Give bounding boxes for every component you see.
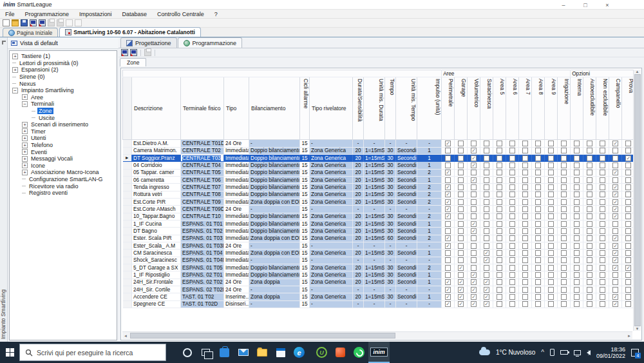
grid-cell-area-8[interactable] [532, 242, 545, 249]
grid-cell-cicli-allarme[interactable]: 15 [300, 154, 310, 161]
grid-cell-bilanciamento[interactable]: - [249, 286, 300, 293]
grid-cell-unit-mis-durata[interactable]: 1=15mS [364, 147, 385, 154]
grid-checkbox[interactable] [458, 199, 464, 205]
grid-checkbox[interactable] [548, 148, 554, 153]
grid-cell-durata-sensibilit[interactable]: 20 [353, 264, 364, 271]
grid-cell-saracinesca[interactable] [480, 242, 493, 249]
grid-cell-garage[interactable] [455, 213, 468, 220]
grid-cell-non-escludibile[interactable] [596, 228, 609, 235]
maximize-button[interactable]: □ [574, 0, 596, 10]
grid-checkbox[interactable] [561, 184, 567, 190]
grid-checkbox[interactable] [484, 155, 489, 161]
grid-cell-area-7[interactable] [519, 184, 532, 191]
grid-checkbox[interactable] [574, 184, 580, 190]
grid-cell-volumetrico[interactable]: ✓ [468, 162, 480, 169]
grid-checkbox[interactable] [587, 170, 592, 175]
grid-cell-area-9[interactable] [545, 300, 558, 308]
grid-cell-tempo[interactable]: 30 [385, 213, 396, 220]
grid-cell-campanello[interactable] [609, 176, 622, 183]
grid-cell-area-6[interactable] [506, 220, 519, 227]
grid-cell-non-escludibile[interactable] [596, 206, 609, 213]
grid-checkbox[interactable] [458, 177, 464, 183]
grid-cell-area-5[interactable] [493, 140, 506, 147]
grid-cell-terminale-fisico[interactable]: ESPANS. 01 T03D [181, 242, 224, 249]
zone-row-dt-bagno[interactable]: DT BagnoESPANS. 01 T02ImmediataDoppio bi… [123, 228, 635, 235]
grid-checkbox[interactable] [600, 221, 605, 227]
new-file-icon[interactable] [3, 19, 10, 26]
grid-cell-impulso-unit[interactable]: 1 [417, 162, 442, 169]
zone-row-rottura-vetri[interactable]: Rottura vetriCENTRALE T08ImmediataDoppio… [123, 191, 635, 198]
grid-cell-tipo-rivelatore[interactable]: - [310, 286, 353, 293]
grid-checkbox[interactable] [548, 272, 554, 278]
office-button[interactable] [331, 342, 350, 363]
grid-cell-irrigazione[interactable] [558, 271, 571, 279]
grid-cell-tempo[interactable]: 30 [385, 279, 396, 286]
grid-cell-terminale-fisico[interactable]: CENTRALE T09D [181, 206, 224, 213]
grid-cell-perimetrale[interactable]: ✓ [442, 279, 455, 286]
grid-checkbox[interactable] [548, 141, 554, 146]
grid-cell-tipo[interactable]: Immediata [224, 264, 249, 271]
grid-checkbox[interactable] [535, 184, 541, 190]
grid-checkbox[interactable] [561, 162, 567, 168]
grid-cell-irrigazione[interactable] [558, 220, 571, 227]
grid-cell-garage[interactable] [455, 169, 468, 176]
col-header-tempo[interactable]: Tempo [385, 77, 396, 140]
grid-checkbox[interactable]: ✓ [445, 235, 451, 241]
menu-programmazione[interactable]: Programmazione [20, 11, 75, 17]
grid-checkbox[interactable] [509, 148, 515, 153]
expand-icon[interactable]: + [22, 162, 28, 168]
grid-checkbox[interactable]: ✓ [484, 279, 489, 285]
grid-cell-unit-mis-tempo[interactable]: Secondi [396, 162, 417, 169]
row-selector[interactable] [123, 206, 132, 213]
grid-cell-tempo[interactable]: 30 [385, 264, 396, 271]
grid-checkbox[interactable] [509, 221, 515, 227]
grid-checkbox[interactable] [497, 148, 502, 153]
grid-checkbox[interactable] [548, 213, 554, 219]
grid-cell-volumetrico[interactable] [468, 169, 480, 176]
grid-cell-saracinesca[interactable] [480, 228, 493, 235]
grid-checkbox[interactable] [484, 191, 489, 197]
grid-cell-area-9[interactable] [545, 271, 558, 279]
grid-cell-irrigazione[interactable] [558, 176, 571, 183]
grid-cell-tempo[interactable]: 30 [385, 250, 396, 257]
grid-cell-area-5[interactable] [493, 206, 506, 213]
grid-cell-campanello[interactable]: ✓ [609, 206, 622, 213]
grid-cell-area-7[interactable] [519, 213, 532, 220]
grid-cell-garage[interactable] [455, 257, 468, 264]
grid-cell-campanello[interactable]: ✓ [609, 169, 622, 176]
grid-cell-area-8[interactable] [532, 191, 545, 198]
grid-checkbox[interactable] [497, 170, 502, 175]
grid-cell-perimetrale[interactable] [442, 228, 455, 235]
grid-checkbox[interactable] [600, 257, 605, 263]
taskbar-clock[interactable]: 18:36 09/01/2022 [596, 346, 625, 359]
grid-checkbox[interactable] [587, 148, 592, 153]
grid-cell-perimetrale[interactable]: ✓ [442, 300, 455, 308]
grid-checkbox[interactable] [574, 235, 580, 241]
grid-checkbox[interactable] [612, 272, 618, 278]
grid-cell-unit-mis-tempo[interactable]: Secondi [396, 147, 417, 154]
grid-checkbox[interactable] [587, 177, 592, 183]
grid-cell-volumetrico[interactable] [468, 235, 480, 242]
grid-cell-perimetrale[interactable]: ✓ [442, 286, 455, 293]
tree-item-label[interactable]: Nexus [18, 81, 37, 87]
grid-cell-volumetrico[interactable] [468, 213, 480, 220]
grid-checkbox[interactable] [471, 257, 477, 263]
grid-cell-area-6[interactable] [506, 140, 519, 147]
cortana-button[interactable] [178, 342, 196, 363]
grid-cell-area-8[interactable] [532, 250, 545, 257]
grid-checkbox[interactable] [600, 162, 605, 168]
grid-cell-unit-mis-tempo[interactable]: Secondi [396, 228, 417, 235]
col-header-terminale-fisico[interactable]: Terminale fisico [181, 77, 224, 140]
row-selector[interactable]: ► [123, 154, 132, 161]
grid-checkbox[interactable] [587, 301, 592, 307]
grid-checkbox[interactable] [625, 162, 631, 168]
expand-icon[interactable]: + [22, 142, 28, 148]
grid-cell-tipo[interactable]: 24 Ore [224, 279, 249, 286]
grid-cell-interna[interactable] [571, 286, 583, 293]
grid-checkbox[interactable]: ✓ [471, 221, 477, 227]
grid-cell-tipo-rivelatore[interactable]: Zona Generica [310, 198, 353, 205]
file-explorer-button[interactable] [252, 342, 271, 363]
grid-cell-unit-mis-durata[interactable]: - [364, 257, 385, 264]
grid-checkbox[interactable] [484, 272, 489, 278]
grid-cell-interna[interactable] [571, 271, 583, 279]
